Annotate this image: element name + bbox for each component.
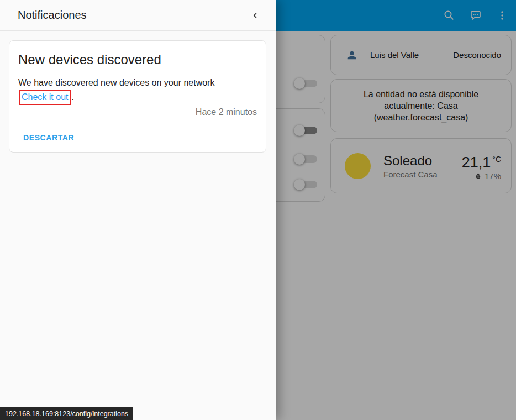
notification-title: New devices discovered: [18, 52, 257, 67]
notification-content: New devices discovered We have discovere…: [9, 41, 266, 123]
notification-timestamp: Hace 2 minutos: [18, 107, 257, 117]
status-bar-url: 192.168.18.169:8123/config/integrations: [0, 407, 133, 420]
annotation-highlight-box: Check it out: [19, 90, 71, 105]
notifications-drawer: Notificaciones New devices discovered We…: [0, 0, 276, 420]
check-it-out-link[interactable]: Check it out: [22, 92, 68, 102]
notification-actions: DESCARTAR: [9, 123, 266, 152]
home-assistant-screen: Luis del Valle Desconocido La entidad no…: [0, 0, 516, 420]
message-suffix: .: [71, 92, 73, 102]
notification-card: New devices discovered We have discovere…: [9, 40, 266, 153]
notification-message: We have discovered new devices on your n…: [18, 76, 257, 105]
drawer-title: Notificaciones: [18, 9, 87, 22]
dismiss-button[interactable]: DESCARTAR: [19, 128, 78, 148]
chevron-left-icon[interactable]: [246, 7, 264, 24]
drawer-header: Notificaciones: [0, 0, 276, 31]
